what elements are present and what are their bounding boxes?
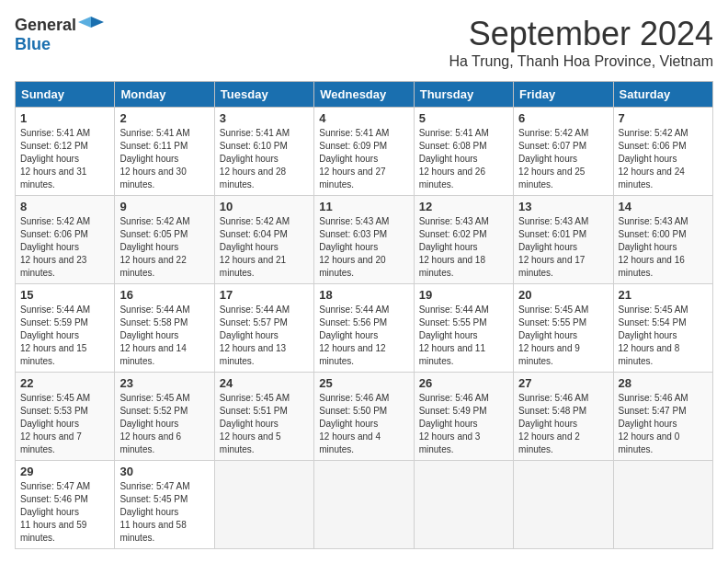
day-number: 18 bbox=[319, 288, 408, 302]
day-number: 23 bbox=[119, 376, 209, 390]
calendar-week-3: 15Sunrise: 5:44 AMSunset: 5:59 PMDayligh… bbox=[16, 284, 713, 373]
calendar-cell: 18Sunrise: 5:44 AMSunset: 5:56 PMDayligh… bbox=[314, 284, 414, 373]
day-number: 5 bbox=[419, 111, 508, 125]
calendar-week-4: 22Sunrise: 5:45 AMSunset: 5:53 PMDayligh… bbox=[16, 373, 713, 461]
cell-info: Sunrise: 5:43 AMSunset: 6:02 PMDaylight … bbox=[419, 215, 508, 280]
day-number: 15 bbox=[20, 288, 109, 302]
svg-marker-0 bbox=[91, 17, 104, 28]
calendar-cell: 15Sunrise: 5:44 AMSunset: 5:59 PMDayligh… bbox=[16, 284, 115, 373]
calendar-cell: 12Sunrise: 5:43 AMSunset: 6:02 PMDayligh… bbox=[414, 196, 513, 284]
calendar-cell: 17Sunrise: 5:44 AMSunset: 5:57 PMDayligh… bbox=[214, 284, 313, 373]
logo-blue: Blue bbox=[15, 35, 51, 54]
day-number: 6 bbox=[518, 111, 608, 125]
calendar-cell: 29Sunrise: 5:47 AMSunset: 5:46 PMDayligh… bbox=[16, 461, 115, 549]
day-number: 8 bbox=[20, 200, 109, 213]
cell-info: Sunrise: 5:44 AMSunset: 5:57 PMDaylight … bbox=[220, 304, 309, 368]
calendar-cell bbox=[314, 461, 414, 549]
cell-info: Sunrise: 5:41 AMSunset: 6:11 PMDaylight … bbox=[119, 127, 209, 191]
cell-info: Sunrise: 5:44 AMSunset: 5:59 PMDaylight … bbox=[20, 304, 109, 368]
calendar-header-thursday: Thursday bbox=[414, 82, 513, 108]
calendar-cell: 30Sunrise: 5:47 AMSunset: 5:45 PMDayligh… bbox=[115, 461, 214, 549]
day-number: 25 bbox=[319, 376, 408, 390]
calendar-cell: 22Sunrise: 5:45 AMSunset: 5:53 PMDayligh… bbox=[16, 373, 115, 461]
title-section: September 2024 Ha Trung, Thanh Hoa Provi… bbox=[449, 15, 713, 70]
cell-info: Sunrise: 5:47 AMSunset: 5:45 PMDaylight … bbox=[119, 480, 209, 545]
calendar-cell: 13Sunrise: 5:43 AMSunset: 6:01 PMDayligh… bbox=[514, 196, 613, 284]
logo-bird-icon bbox=[78, 15, 104, 35]
svg-marker-1 bbox=[78, 17, 91, 28]
calendar-cell: 25Sunrise: 5:46 AMSunset: 5:50 PMDayligh… bbox=[314, 373, 414, 461]
cell-info: Sunrise: 5:44 AMSunset: 5:56 PMDaylight … bbox=[319, 304, 408, 368]
cell-info: Sunrise: 5:42 AMSunset: 6:07 PMDaylight … bbox=[518, 127, 608, 191]
month-title: September 2024 bbox=[449, 15, 713, 53]
day-number: 10 bbox=[220, 200, 309, 213]
calendar-cell: 3Sunrise: 5:41 AMSunset: 6:10 PMDaylight… bbox=[214, 108, 313, 196]
calendar-cell: 2Sunrise: 5:41 AMSunset: 6:11 PMDaylight… bbox=[115, 108, 214, 196]
calendar-body: 1Sunrise: 5:41 AMSunset: 6:12 PMDaylight… bbox=[16, 108, 713, 549]
day-number: 30 bbox=[119, 465, 209, 478]
cell-info: Sunrise: 5:46 AMSunset: 5:48 PMDaylight … bbox=[518, 392, 608, 456]
calendar-header-friday: Friday bbox=[514, 82, 613, 108]
calendar-cell bbox=[613, 461, 712, 549]
calendar-cell bbox=[214, 461, 313, 549]
cell-info: Sunrise: 5:41 AMSunset: 6:10 PMDaylight … bbox=[220, 127, 309, 191]
calendar-cell: 8Sunrise: 5:42 AMSunset: 6:06 PMDaylight… bbox=[16, 196, 115, 284]
calendar-header-saturday: Saturday bbox=[613, 82, 712, 108]
day-number: 17 bbox=[220, 288, 309, 302]
calendar-header-monday: Monday bbox=[115, 82, 214, 108]
calendar-cell: 7Sunrise: 5:42 AMSunset: 6:06 PMDaylight… bbox=[613, 108, 712, 196]
day-number: 27 bbox=[518, 376, 608, 390]
day-number: 26 bbox=[419, 376, 508, 390]
cell-info: Sunrise: 5:43 AMSunset: 6:01 PMDaylight … bbox=[518, 215, 608, 280]
calendar-table: SundayMondayTuesdayWednesdayThursdayFrid… bbox=[15, 81, 713, 549]
day-number: 2 bbox=[119, 111, 209, 125]
calendar-cell: 28Sunrise: 5:46 AMSunset: 5:47 PMDayligh… bbox=[613, 373, 712, 461]
calendar-header-wednesday: Wednesday bbox=[314, 82, 414, 108]
day-number: 29 bbox=[20, 465, 109, 478]
cell-info: Sunrise: 5:44 AMSunset: 5:55 PMDaylight … bbox=[419, 304, 508, 368]
day-number: 1 bbox=[20, 111, 109, 125]
cell-info: Sunrise: 5:42 AMSunset: 6:04 PMDaylight … bbox=[220, 215, 309, 280]
cell-info: Sunrise: 5:46 AMSunset: 5:47 PMDaylight … bbox=[619, 392, 708, 456]
cell-info: Sunrise: 5:42 AMSunset: 6:06 PMDaylight … bbox=[619, 127, 708, 191]
cell-info: Sunrise: 5:46 AMSunset: 5:50 PMDaylight … bbox=[319, 392, 408, 456]
cell-info: Sunrise: 5:41 AMSunset: 6:08 PMDaylight … bbox=[419, 127, 508, 191]
day-number: 19 bbox=[419, 288, 508, 302]
cell-info: Sunrise: 5:41 AMSunset: 6:12 PMDaylight … bbox=[20, 127, 109, 191]
cell-info: Sunrise: 5:46 AMSunset: 5:49 PMDaylight … bbox=[419, 392, 508, 456]
day-number: 20 bbox=[518, 288, 608, 302]
calendar-header-sunday: Sunday bbox=[16, 82, 115, 108]
day-number: 16 bbox=[119, 288, 209, 302]
logo-general: General bbox=[15, 16, 76, 35]
calendar-cell: 5Sunrise: 5:41 AMSunset: 6:08 PMDaylight… bbox=[414, 108, 513, 196]
cell-info: Sunrise: 5:45 AMSunset: 5:53 PMDaylight … bbox=[20, 392, 109, 456]
cell-info: Sunrise: 5:45 AMSunset: 5:54 PMDaylight … bbox=[619, 304, 708, 368]
calendar-cell: 19Sunrise: 5:44 AMSunset: 5:55 PMDayligh… bbox=[414, 284, 513, 373]
day-number: 24 bbox=[220, 376, 309, 390]
day-number: 14 bbox=[619, 200, 708, 213]
calendar-cell: 14Sunrise: 5:43 AMSunset: 6:00 PMDayligh… bbox=[613, 196, 712, 284]
calendar-cell bbox=[414, 461, 513, 549]
calendar-week-2: 8Sunrise: 5:42 AMSunset: 6:06 PMDaylight… bbox=[16, 196, 713, 284]
day-number: 7 bbox=[619, 111, 708, 125]
calendar-cell: 26Sunrise: 5:46 AMSunset: 5:49 PMDayligh… bbox=[414, 373, 513, 461]
day-number: 9 bbox=[119, 200, 209, 213]
logo: General Blue bbox=[15, 15, 104, 54]
calendar-cell: 10Sunrise: 5:42 AMSunset: 6:04 PMDayligh… bbox=[214, 196, 313, 284]
day-number: 13 bbox=[518, 200, 608, 213]
cell-info: Sunrise: 5:42 AMSunset: 6:06 PMDaylight … bbox=[20, 215, 109, 280]
cell-info: Sunrise: 5:45 AMSunset: 5:52 PMDaylight … bbox=[119, 392, 209, 456]
cell-info: Sunrise: 5:47 AMSunset: 5:46 PMDaylight … bbox=[20, 480, 109, 545]
calendar-cell: 11Sunrise: 5:43 AMSunset: 6:03 PMDayligh… bbox=[314, 196, 414, 284]
calendar-week-5: 29Sunrise: 5:47 AMSunset: 5:46 PMDayligh… bbox=[16, 461, 713, 549]
calendar-cell: 6Sunrise: 5:42 AMSunset: 6:07 PMDaylight… bbox=[514, 108, 613, 196]
calendar-cell: 16Sunrise: 5:44 AMSunset: 5:58 PMDayligh… bbox=[115, 284, 214, 373]
calendar-cell: 24Sunrise: 5:45 AMSunset: 5:51 PMDayligh… bbox=[214, 373, 313, 461]
day-number: 21 bbox=[619, 288, 708, 302]
cell-info: Sunrise: 5:42 AMSunset: 6:05 PMDaylight … bbox=[119, 215, 209, 280]
calendar-cell bbox=[514, 461, 613, 549]
day-number: 22 bbox=[20, 376, 109, 390]
header: General Blue September 2024 Ha Trung, Th… bbox=[15, 15, 713, 70]
cell-info: Sunrise: 5:43 AMSunset: 6:03 PMDaylight … bbox=[319, 215, 408, 280]
calendar-cell: 23Sunrise: 5:45 AMSunset: 5:52 PMDayligh… bbox=[115, 373, 214, 461]
